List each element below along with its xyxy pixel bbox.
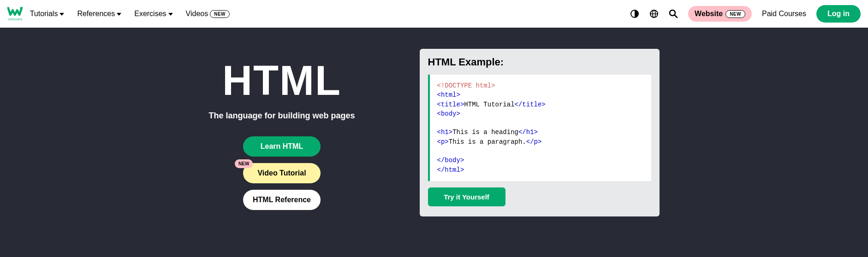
code-token: This is a heading	[452, 128, 518, 136]
code-token: This is a paragraph.	[449, 138, 526, 146]
example-title: HTML Example:	[428, 56, 651, 68]
search-icon[interactable]	[669, 9, 678, 18]
hero-inner: HTML The language for building web pages…	[111, 49, 757, 216]
nav-left: Tutorials References Exercises Videos NE…	[30, 10, 230, 18]
svg-line-6	[675, 15, 677, 18]
code-token: <p>	[437, 138, 449, 146]
nav-references[interactable]: References	[77, 10, 121, 18]
html-reference-button[interactable]: HTML Reference	[243, 190, 321, 210]
globe-icon[interactable]	[649, 9, 659, 18]
code-token: <title>	[437, 101, 464, 108]
new-badge: NEW	[235, 159, 253, 168]
hero-subtitle: The language for building web pages	[208, 111, 355, 121]
login-button[interactable]: Log in	[816, 5, 861, 23]
new-badge: NEW	[725, 10, 745, 18]
paid-courses-link[interactable]: Paid Courses	[762, 10, 806, 18]
w3schools-logo-icon: 3	[7, 6, 23, 17]
logo[interactable]: 3 schools	[7, 6, 23, 21]
video-tutorial-button[interactable]: NEW Video Tutorial	[243, 163, 321, 183]
code-token: </body>	[437, 157, 464, 164]
learn-html-button[interactable]: Learn HTML	[243, 136, 321, 157]
code-box: <!DOCTYPE html> <html> <title>HTML Tutor…	[428, 75, 651, 181]
code-token: <body>	[437, 110, 460, 117]
hero-section: HTML The language for building web pages…	[0, 28, 868, 257]
nav-videos[interactable]: Videos NEW	[186, 10, 230, 18]
nav-exercises-label: Exercises	[134, 10, 166, 18]
code-token: </h1>	[518, 128, 538, 136]
try-it-yourself-button[interactable]: Try it Yourself	[428, 187, 505, 206]
new-badge: NEW	[210, 10, 230, 18]
hero-left: HTML The language for building web pages…	[208, 49, 355, 216]
website-label: Website	[695, 10, 723, 18]
video-tutorial-label: Video Tutorial	[257, 169, 306, 177]
code-token: </title>	[515, 101, 546, 108]
top-navigation: 3 schools Tutorials References Exercises…	[0, 0, 868, 28]
hero-title: HTML	[222, 57, 341, 105]
code-token: </p>	[526, 138, 542, 146]
svg-text:3: 3	[20, 6, 22, 10]
website-button[interactable]: Website NEW	[688, 6, 752, 22]
code-token: >	[491, 82, 495, 89]
nav-tutorials-label: Tutorials	[30, 10, 58, 18]
nav-right: Website NEW Paid Courses Log in	[630, 5, 861, 23]
nav-tutorials[interactable]: Tutorials	[30, 10, 65, 18]
nav-references-label: References	[77, 10, 115, 18]
code-token: <h1>	[437, 128, 453, 136]
code-token: html	[472, 82, 491, 89]
example-card: HTML Example: <!DOCTYPE html> <html> <ti…	[420, 49, 660, 216]
code-token: <!DOCTYPE	[437, 82, 472, 89]
theme-toggle-icon[interactable]	[630, 9, 639, 18]
caret-down-icon	[117, 13, 121, 16]
caret-down-icon	[168, 13, 173, 16]
logo-text: schools	[8, 17, 23, 21]
code-token: <html>	[437, 91, 460, 99]
code-token: </html>	[437, 166, 464, 174]
nav-exercises[interactable]: Exercises	[134, 10, 172, 18]
code-token: HTML Tutorial	[464, 101, 514, 108]
caret-down-icon	[59, 13, 64, 16]
nav-videos-label: Videos	[186, 10, 208, 18]
